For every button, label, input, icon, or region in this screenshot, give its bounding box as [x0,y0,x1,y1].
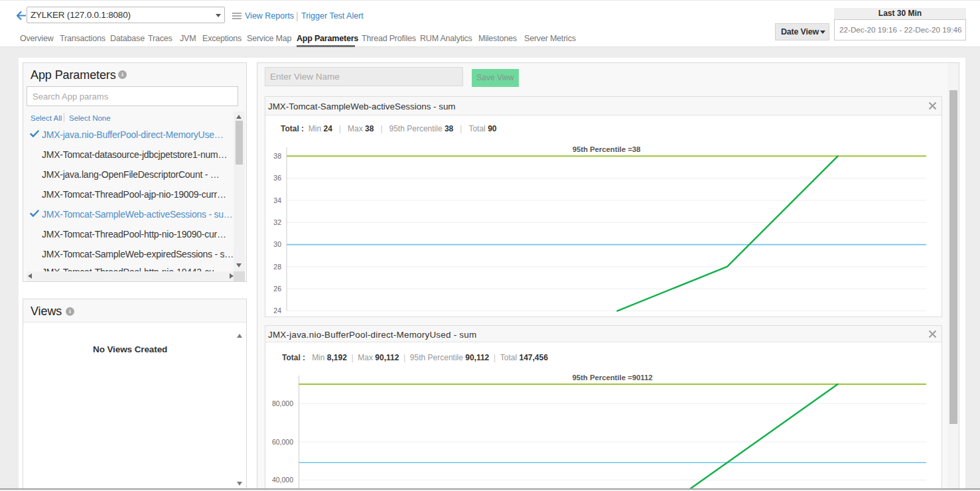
svg-text:26: 26 [273,285,281,293]
svg-text:36: 36 [273,174,281,182]
svg-text:40,000: 40,000 [272,476,293,484]
svg-text:24: 24 [273,307,281,315]
svg-text:38: 38 [273,152,281,160]
svg-text:30: 30 [273,240,281,248]
svg-text:95th Percentile =38: 95th Percentile =38 [573,145,641,153]
svg-text:80,000: 80,000 [272,399,293,407]
svg-text:34: 34 [273,196,281,204]
svg-text:60,000: 60,000 [272,438,293,446]
svg-text:95th Percentile =90112: 95th Percentile =90112 [573,374,653,382]
svg-text:32: 32 [273,218,281,226]
svg-text:28: 28 [273,263,281,271]
